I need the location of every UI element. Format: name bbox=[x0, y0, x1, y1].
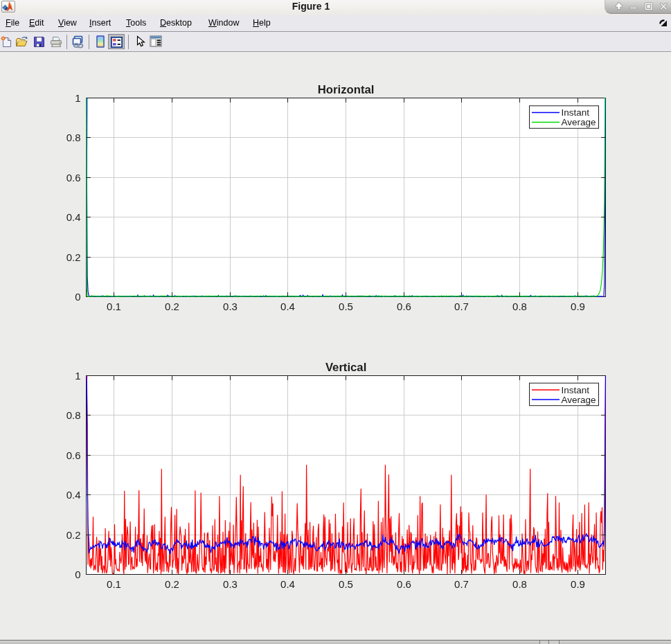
svg-text:0.4: 0.4 bbox=[280, 578, 295, 590]
svg-text:0.1: 0.1 bbox=[107, 578, 121, 590]
svg-text:0.8: 0.8 bbox=[512, 301, 527, 312]
svg-text:0.5: 0.5 bbox=[339, 301, 353, 312]
svg-text:0.4: 0.4 bbox=[66, 489, 81, 501]
svg-text:0.2: 0.2 bbox=[66, 251, 81, 263]
svg-text:0.3: 0.3 bbox=[223, 301, 238, 312]
svg-text:0.6: 0.6 bbox=[66, 449, 81, 461]
svg-text:0.8: 0.8 bbox=[512, 578, 527, 590]
svg-text:0.2: 0.2 bbox=[66, 529, 81, 541]
svg-text:0.2: 0.2 bbox=[165, 301, 179, 312]
svg-text:Average: Average bbox=[562, 117, 596, 127]
svg-text:0.2: 0.2 bbox=[165, 578, 179, 590]
svg-text:0.1: 0.1 bbox=[107, 301, 121, 312]
svg-text:0.9: 0.9 bbox=[571, 578, 585, 590]
svg-text:Horizontal: Horizontal bbox=[318, 83, 375, 96]
svg-text:0.7: 0.7 bbox=[454, 578, 469, 590]
svg-text:0: 0 bbox=[75, 291, 80, 303]
svg-text:0.8: 0.8 bbox=[66, 132, 81, 143]
svg-text:0.5: 0.5 bbox=[339, 578, 353, 590]
svg-text:0.6: 0.6 bbox=[397, 578, 411, 590]
svg-text:0: 0 bbox=[75, 569, 80, 580]
svg-text:1: 1 bbox=[75, 370, 80, 382]
svg-text:0.3: 0.3 bbox=[223, 578, 238, 590]
svg-text:Average: Average bbox=[562, 395, 596, 405]
svg-text:1: 1 bbox=[75, 92, 80, 104]
svg-text:0.4: 0.4 bbox=[280, 301, 295, 312]
svg-text:0.6: 0.6 bbox=[397, 301, 411, 312]
svg-text:Instant: Instant bbox=[562, 107, 590, 118]
svg-text:0.6: 0.6 bbox=[66, 172, 81, 184]
svg-text:0.4: 0.4 bbox=[66, 211, 81, 223]
svg-text:0.9: 0.9 bbox=[571, 301, 585, 312]
svg-text:Vertical: Vertical bbox=[325, 361, 366, 374]
svg-text:Instant: Instant bbox=[562, 385, 590, 395]
svg-text:0.7: 0.7 bbox=[454, 301, 469, 312]
svg-text:0.8: 0.8 bbox=[66, 409, 81, 421]
